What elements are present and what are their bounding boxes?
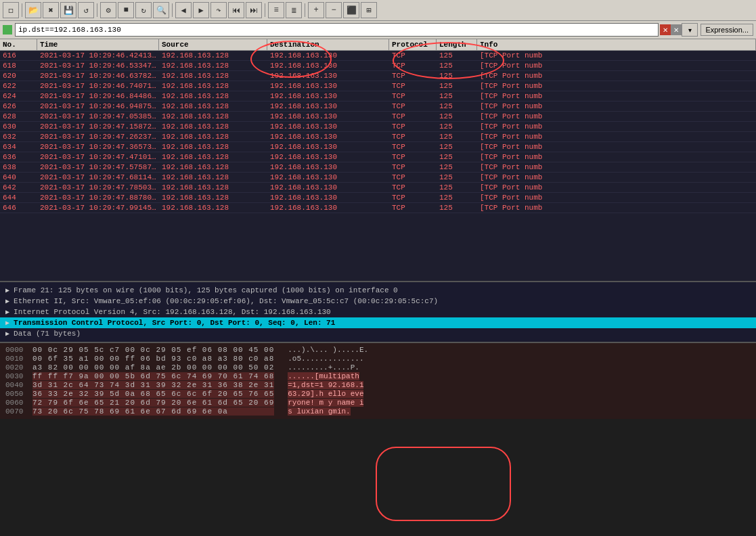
toolbar-btn-zoom-in[interactable]: +	[308, 2, 324, 18]
detail-row-text: Internet Protocol Version 4, Src: 192.16…	[14, 308, 331, 316]
table-cell-info: [TCP Port numb	[477, 132, 756, 141]
table-row[interactable]: 6262021-03-17 10:29:46.948752791192.168.…	[0, 102, 756, 112]
toolbar-btn-first[interactable]: ⏮	[228, 2, 244, 18]
table-cell-dest: 192.168.163.130	[267, 203, 389, 213]
table-cell-proto: TCP	[389, 193, 437, 202]
table-cell-no: 618	[0, 61, 37, 70]
toolbar-separator	[265, 3, 265, 17]
expand-arrow-icon: ▶	[5, 308, 9, 316]
toolbar-btn-stop[interactable]: ■	[118, 2, 134, 18]
hex-row: 0020 a3 82 00 00 00 00 af 8a ae 2b 00 00…	[5, 363, 274, 372]
table-cell-source: 192.168.163.128	[159, 132, 267, 141]
detail-row[interactable]: ▶Data (71 bytes)	[5, 328, 751, 339]
toolbar-btn-auto-scroll[interactable]: ≡	[268, 2, 284, 18]
detail-row[interactable]: ▶Ethernet II, Src: Vmware_05:ef:06 (00:0…	[5, 296, 751, 307]
table-cell-time: 2021-03-17 10:29:46.844867721	[37, 91, 159, 101]
table-cell-info: [TCP Port numb	[477, 152, 756, 162]
detail-row-text: Data (71 bytes)	[14, 330, 81, 338]
filter-close-button[interactable]: ✕	[660, 24, 671, 35]
table-row[interactable]: 6462021-03-17 10:29:47.991454535192.168.…	[0, 203, 756, 213]
expression-button[interactable]: Expression...	[701, 24, 753, 36]
hex-bytes-panel: 0000 00 0c 29 05 5c c7 00 0c 29 05 ef 06…	[5, 346, 274, 416]
table-cell-time: 2021-03-17 10:29:46.948752791	[37, 102, 159, 111]
toolbar: ◻📂✖💾↺⚙■↻🔍◀▶↷⏮⏭≡≣+−⬛⊞	[0, 0, 756, 21]
toolbar-btn-go-to-packet[interactable]: ↷	[210, 2, 227, 18]
table-cell-source: 192.168.163.128	[159, 61, 267, 70]
table-cell-len: 125	[437, 193, 477, 202]
toolbar-btn-resize-columns[interactable]: ⊞	[361, 2, 377, 18]
detail-row[interactable]: ▶Transmission Control Protocol, Src Port…	[0, 317, 756, 328]
filter-input[interactable]	[15, 23, 659, 37]
expand-arrow-icon: ▶	[5, 297, 9, 305]
toolbar-btn-last[interactable]: ⏭	[246, 2, 262, 18]
hex-ascii: ...).\... ).....E.	[288, 346, 368, 354]
toolbar-btn-capture-options[interactable]: ⚙	[100, 2, 116, 18]
table-cell-dest: 192.168.163.130	[267, 71, 389, 81]
table-cell-info: [TCP Port numb	[477, 183, 756, 192]
hex-row: 0070 73 20 6c 75 78 69 61 6e 67 6d 69 6e…	[5, 407, 274, 416]
table-row[interactable]: 6242021-03-17 10:29:46.844867721192.168.…	[0, 91, 756, 102]
table-cell-info: [TCP Port numb	[477, 91, 756, 101]
table-cell-dest: 192.168.163.130	[267, 142, 389, 152]
toolbar-btn-forward[interactable]: ▶	[193, 2, 209, 18]
toolbar-btn-close[interactable]: ✖	[43, 2, 59, 18]
table-cell-source: 192.168.163.128	[159, 71, 267, 81]
packet-list-scroll[interactable]: 6162021-03-17 10:29:46.424136384192.168.…	[0, 51, 756, 281]
table-cell-source: 192.168.163.128	[159, 183, 267, 192]
hex-ascii-row: ......[multipath	[288, 372, 751, 380]
toolbar-btn-save[interactable]: 💾	[60, 2, 76, 18]
toolbar-btn-reload[interactable]: ↺	[78, 2, 94, 18]
table-row[interactable]: 6322021-03-17 10:29:47.262373230192.168.…	[0, 132, 756, 142]
table-cell-no: 646	[0, 203, 37, 213]
table-row[interactable]: 6442021-03-17 10:29:47.887800643192.168.…	[0, 193, 756, 203]
table-cell-dest: 192.168.163.130	[267, 122, 389, 131]
filter-clear-button[interactable]: ✕	[671, 24, 682, 35]
table-cell-proto: TCP	[389, 142, 437, 152]
hex-ascii-row: =1,dst=1 92.168.1	[288, 381, 751, 389]
table-row[interactable]: 6342021-03-17 10:29:47.365736080192.168.…	[0, 142, 756, 152]
table-cell-no: 636	[0, 152, 37, 162]
detail-row-text: Transmission Control Protocol, Src Port:…	[14, 319, 335, 327]
toolbar-btn-new[interactable]: ◻	[3, 2, 19, 18]
table-cell-no: 626	[0, 102, 37, 111]
filter-indicator	[3, 25, 12, 35]
table-cell-info: [TCP Port numb	[477, 51, 756, 60]
table-row[interactable]: 6382021-03-17 10:29:47.575879959192.168.…	[0, 162, 756, 173]
detail-row[interactable]: ▶Frame 21: 125 bytes on wire (1000 bits)…	[5, 285, 751, 296]
table-cell-info: [TCP Port numb	[477, 112, 756, 121]
table-row[interactable]: 6162021-03-17 10:29:46.424136384192.168.…	[0, 51, 756, 61]
toolbar-btn-find[interactable]: 🔍	[153, 2, 169, 18]
table-cell-no: 620	[0, 71, 37, 81]
table-cell-dest: 192.168.163.130	[267, 162, 389, 172]
table-cell-source: 192.168.163.128	[159, 142, 267, 152]
table-row[interactable]: 6422021-03-17 10:29:47.785032108192.168.…	[0, 183, 756, 193]
hex-offset: 0030	[5, 372, 30, 380]
toolbar-btn-restart[interactable]: ↻	[135, 2, 152, 18]
table-cell-proto: TCP	[389, 152, 437, 162]
filter-dropdown-button[interactable]: ▾	[682, 23, 698, 37]
table-cell-time: 2021-03-17 10:29:47.785032108	[37, 183, 159, 192]
table-cell-dest: 192.168.163.130	[267, 61, 389, 70]
table-row[interactable]: 6362021-03-17 10:29:47.471010206192.168.…	[0, 152, 756, 162]
col-header-info: Info	[477, 39, 756, 50]
hex-ascii-row: .........+....P.	[288, 363, 751, 372]
toolbar-btn-normal-size[interactable]: ⬛	[343, 2, 359, 18]
table-cell-source: 192.168.163.128	[159, 152, 267, 162]
expand-arrow-icon: ▶	[5, 286, 9, 294]
table-row[interactable]: 6302021-03-17 10:29:47.158720302192.168.…	[0, 122, 756, 132]
table-row[interactable]: 6182021-03-17 10:29:46.533477674192.168.…	[0, 61, 756, 71]
toolbar-btn-open[interactable]: 📂	[25, 2, 41, 18]
table-row[interactable]: 6402021-03-17 10:29:47.681149182192.168.…	[0, 173, 756, 183]
detail-row[interactable]: ▶Internet Protocol Version 4, Src: 192.1…	[5, 307, 751, 317]
toolbar-btn-back[interactable]: ◀	[175, 2, 192, 18]
table-row[interactable]: 6202021-03-17 10:29:46.637825207192.168.…	[0, 71, 756, 81]
table-row[interactable]: 6222021-03-17 10:29:46.740717693192.168.…	[0, 81, 756, 91]
hex-ascii-row: s luxian gmin.	[288, 407, 751, 416]
table-cell-proto: TCP	[389, 112, 437, 121]
table-row[interactable]: 6282021-03-17 10:29:47.053852439192.168.…	[0, 112, 756, 122]
table-cell-info: [TCP Port numb	[477, 122, 756, 131]
table-cell-proto: TCP	[389, 91, 437, 101]
toolbar-btn-coloring-rules[interactable]: ≣	[286, 2, 302, 18]
hex-ascii: =1,dst=1 92.168.1	[288, 381, 363, 389]
toolbar-btn-zoom-out[interactable]: −	[326, 2, 342, 18]
